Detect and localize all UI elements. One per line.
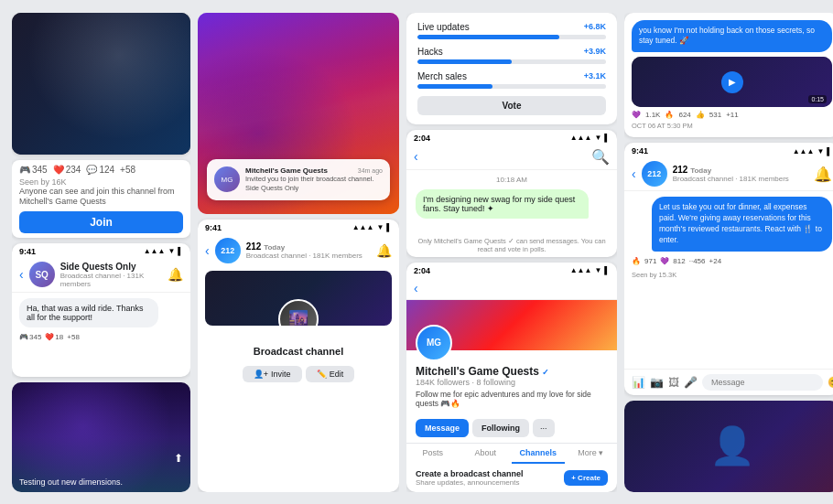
edit-button[interactable]: ✏️ Edit [306, 366, 355, 382]
profile-actions-2: 👤+ Invite ✏️ Edit [198, 362, 399, 386]
msg-reactions-1: 🎮 345 ❤️ 18 +58 [19, 333, 183, 341]
profile-wifi-icon: ▼ [376, 223, 384, 231]
col4-seen-label: Seen by 15.3K [632, 271, 832, 279]
tab-about[interactable]: About [460, 444, 513, 464]
chat3-status-icons: ▲▲▲ ▼ ▌ [570, 134, 610, 143]
image-icon-bar[interactable]: 🖼 [668, 376, 679, 389]
bar-chart-icon[interactable]: 📊 [632, 376, 645, 389]
profile-avatar-circle-2: 🌆 [278, 299, 319, 326]
bottom-image-card: Testing out new dimensions. ⬆ [12, 382, 190, 492]
col3-tabs: Posts About Channels More ▾ [406, 443, 617, 464]
col4-battery: ▌ [827, 147, 832, 155]
col3-back[interactable]: ‹ [414, 281, 418, 295]
col3-cover: MG [406, 300, 617, 350]
col4-channel-avatar: 212 [642, 161, 667, 187]
col4-back[interactable]: ‹ [632, 166, 636, 181]
reaction-controller: 🎮 345 [19, 333, 41, 341]
vote-button[interactable]: Vote [417, 96, 606, 115]
col4-plus-count: +24 [709, 257, 722, 265]
create-channel-text-section: Create a broadcast channel Share updates… [416, 469, 524, 487]
tab-more[interactable]: More ▾ [565, 444, 618, 464]
following-button[interactable]: Following [472, 419, 529, 437]
message-input[interactable] [702, 374, 823, 391]
col4-channel-name: 212 Today [673, 165, 808, 175]
notif-content: Mitchell's Game Quests 34m ago Invited y… [245, 166, 383, 193]
chat3-wifi: ▼ [594, 134, 601, 142]
create-channel-button[interactable]: + Create [564, 470, 608, 486]
col4-signal: ▲▲▲ [793, 147, 815, 155]
notification-popup: MG Mitchell's Game Quests 34m ago Invite… [207, 159, 390, 200]
reaction-heart-icon: ❤️ [45, 333, 54, 341]
reaction-controller-icon: 🎮 [19, 333, 28, 341]
mic-icon-bar[interactable]: 🎤 [684, 376, 698, 389]
notif-title: Mitchell's Game Quests [245, 166, 328, 175]
col4-time: 9:41 [632, 146, 648, 155]
profile-status-icons: ▲▲▲ ▼ ▌ [352, 223, 392, 232]
col4-fire-count: 971 [644, 257, 656, 265]
col3-profile-time: 2:04 [414, 266, 430, 275]
profile-channel-name-2: 212 Today [246, 241, 371, 252]
message-button-3[interactable]: Message [416, 419, 469, 437]
broadcast-bubble: you know I'm not holding back on those s… [632, 20, 832, 53]
main-grid: 🎮 345 ❤️ 234 💬 124 +58 Seen by 16K Anyon… [5, 5, 828, 499]
reaction-plus: +58 [67, 333, 80, 341]
profile-channel-num: 212 [221, 246, 234, 255]
col4-status-bar: 9:41 ▲▲▲ ▼ ▌ [624, 143, 833, 157]
bell-icon-1[interactable]: 🔔 [168, 267, 183, 282]
profile-channel-avatar-2: 212 [215, 238, 241, 263]
col3-action-btns: Message Following ··· [406, 419, 617, 443]
create-channel-title: Create a broadcast channel [416, 469, 524, 478]
profile-card-2: 9:41 ▲▲▲ ▼ ▌ ‹ 212 212 Today Broadcas [198, 220, 399, 492]
back-arrow-1[interactable]: ‹ [19, 267, 24, 282]
emoji-icon[interactable]: 😊 [828, 376, 833, 389]
message-stat: 💬 124 [86, 165, 114, 175]
invite-person-icon: 👤+ [254, 370, 268, 379]
broadcast-plus-count: +11 [726, 111, 739, 119]
profile-card-3: 2:04 ▲▲▲ ▼ ▌ ‹ MG Mitchell's Game Quests… [406, 263, 617, 492]
message-bubble-1: Ha, that was a wild ride. Thanks all for… [19, 298, 158, 327]
wifi-icon: ▼ [168, 247, 175, 255]
notif-body: Invited you to join their broadcast chan… [245, 175, 383, 184]
camera-icon-bar[interactable]: 📷 [650, 376, 664, 389]
profile-back-2[interactable]: ‹ [205, 243, 210, 258]
col4-bell-icon[interactable]: 🔔 [814, 166, 832, 183]
join-button[interactable]: Join [19, 211, 183, 233]
video-duration-top: 0:15 [808, 95, 827, 103]
chat-header-1: ‹ SQ Side Quests Only Broadcast channel … [12, 258, 190, 293]
col4-chat-header: ‹ 212 212 Today Broadcast channel · 181K… [624, 157, 833, 191]
share-icon[interactable]: ⬆ [174, 452, 183, 465]
tab-channels[interactable]: Channels [512, 444, 565, 464]
tab-posts[interactable]: Posts [406, 444, 460, 464]
play-button-top[interactable]: ▶ [721, 71, 743, 93]
profile-channel-info-2: 212 Today Broadcast channel · 181K membe… [246, 241, 371, 260]
chat3-back[interactable]: ‹ [414, 149, 418, 164]
plus-stat: +58 [120, 165, 135, 175]
create-channel-section: Create a broadcast channel Share updates… [406, 464, 617, 492]
chat-messages-1: Ha, that was a wild ride. Thanks all for… [12, 293, 190, 377]
poll-badge: +6.8K [584, 22, 606, 31]
chat3-time: 2:04 [414, 134, 430, 143]
more-button[interactable]: ··· [533, 419, 555, 437]
poll-item: Merch sales +3.1K [417, 71, 606, 89]
channel-info-1: Side Quests Only Broadcast channel · 131… [60, 262, 162, 288]
col3-status-icons: ▲▲▲ ▼ ▌ [570, 266, 610, 275]
col3-followers: 184K followers · 8 following [416, 378, 608, 387]
chat3-footer-text: Only Mitchell's Game Quests ✓ can send m… [406, 235, 617, 257]
poll-label: Live updates +6.8K [417, 22, 606, 32]
poll-label-text: Live updates [417, 22, 470, 32]
channel-description: Anyone can see and join this channel fro… [19, 187, 183, 208]
poll-bar-fill [417, 59, 512, 64]
col3-bio: Follow me for epic adventures and my lov… [416, 390, 608, 408]
column-1: 🎮 345 ❤️ 234 💬 124 +58 Seen by 16K Anyon… [12, 13, 190, 492]
reaction-hearts-count: 18 [55, 333, 63, 341]
chat3-signal: ▲▲▲ [570, 134, 592, 142]
poll-label: Hacks +3.9K [417, 47, 606, 57]
heart-icon: ❤️ [53, 165, 64, 175]
profile-bell-2[interactable]: 🔔 [376, 243, 392, 258]
channel-sub-1: Broadcast channel · 131K members [60, 272, 162, 288]
notif-sub: Side Quests Only [245, 184, 383, 193]
col3-avatar: MG [416, 325, 452, 361]
chat3-search-icon[interactable]: 🔍 [591, 148, 610, 166]
invite-button[interactable]: 👤+ Invite [243, 366, 302, 382]
col4-wifi: ▼ [817, 147, 824, 155]
